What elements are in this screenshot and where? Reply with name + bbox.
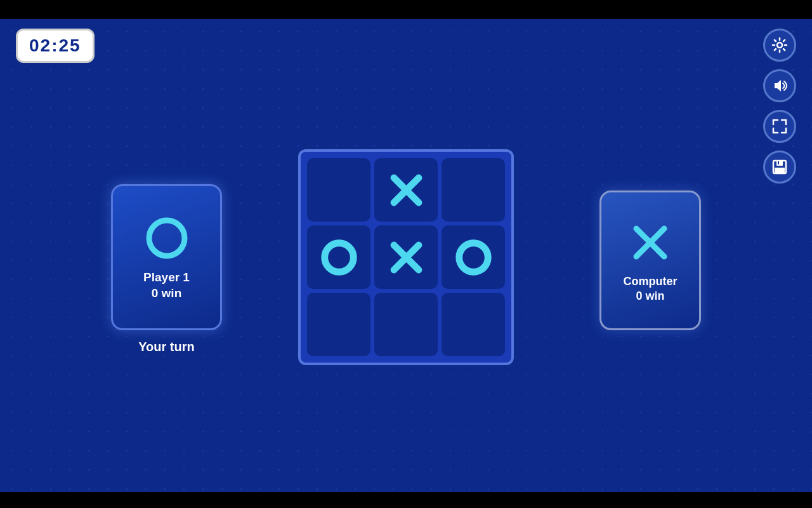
- player-card: Player 1 0 win: [111, 184, 222, 330]
- cell-1[interactable]: [374, 158, 438, 222]
- cell-5[interactable]: [442, 225, 505, 289]
- settings-button[interactable]: [763, 29, 796, 62]
- sound-button[interactable]: [763, 69, 796, 102]
- svg-rect-4: [778, 161, 779, 164]
- computer-card: Computer 0 win: [599, 190, 701, 330]
- game-board: [298, 149, 514, 365]
- svg-rect-2: [776, 161, 783, 166]
- your-turn-label: Your turn: [111, 340, 222, 354]
- svg-point-13: [459, 243, 488, 272]
- svg-point-5: [149, 220, 185, 256]
- cell-4[interactable]: [374, 225, 438, 289]
- computer-name: Computer 0 win: [624, 274, 678, 304]
- cell-6[interactable]: [307, 293, 370, 356]
- player-o-symbol: [141, 213, 192, 264]
- right-icon-panel: [763, 29, 796, 184]
- cell-8[interactable]: [442, 293, 505, 356]
- game-timer: 02:25: [16, 29, 95, 63]
- svg-point-0: [777, 43, 782, 48]
- cell-7[interactable]: [374, 293, 438, 356]
- player-name: Player 1 0 win: [143, 270, 190, 301]
- cell-0[interactable]: [307, 158, 370, 222]
- cell-3[interactable]: [307, 225, 370, 289]
- cell-2[interactable]: [442, 158, 505, 222]
- bottom-bar: [0, 492, 812, 508]
- board-grid: [307, 158, 505, 356]
- svg-point-10: [324, 243, 353, 272]
- svg-rect-3: [775, 168, 785, 173]
- save-button[interactable]: [763, 150, 796, 184]
- top-bar: [0, 0, 812, 19]
- fullscreen-button[interactable]: [763, 110, 796, 143]
- computer-x-symbol: [625, 217, 676, 268]
